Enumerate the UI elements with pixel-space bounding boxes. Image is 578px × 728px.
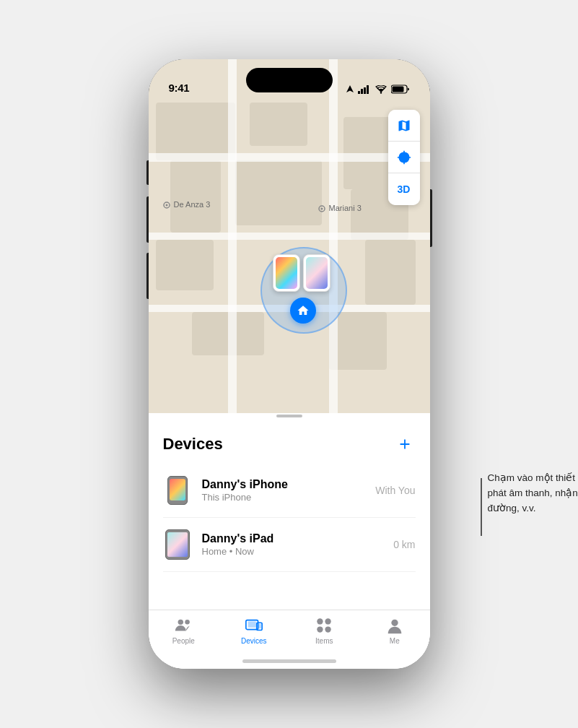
home-indicator: [242, 659, 336, 663]
signal-icon: [358, 85, 371, 94]
home-pin: [290, 298, 316, 324]
svg-point-21: [391, 620, 398, 626]
map-label-mariani: Mariani 3: [318, 204, 362, 212]
ipad-status: 0 km: [393, 539, 415, 550]
location-status-icon: [346, 85, 354, 94]
svg-point-19: [318, 626, 323, 632]
callout-bracket: [481, 478, 482, 536]
3d-button[interactable]: 3D: [388, 173, 420, 205]
tab-items-label: Items: [315, 637, 333, 645]
section-title: Devices: [163, 435, 223, 454]
devices-icon: [245, 616, 263, 635]
svg-rect-14: [248, 621, 255, 627]
map-type-button[interactable]: [388, 110, 420, 142]
svg-point-18: [325, 618, 331, 624]
ipad-name: Danny's iPad: [202, 532, 394, 545]
callout-text: Chạm vào một thiết bị để phát âm thanh, …: [488, 471, 579, 516]
section-header: Devices: [163, 422, 416, 464]
drag-handle: [276, 415, 302, 417]
svg-rect-6: [392, 87, 403, 92]
callout-annotation: Chạm vào một thiết bị để phát âm thanh, …: [481, 471, 579, 536]
iphone-icon: [163, 472, 192, 508]
map-label-deanza: De Anza 3: [163, 200, 211, 209]
battery-icon: [391, 84, 410, 94]
tab-me-label: Me: [390, 637, 400, 645]
map-area[interactable]: De Anza 3 Mariani 3: [149, 59, 430, 413]
status-icons: [346, 84, 410, 94]
iphone-name: Danny's iPhone: [202, 478, 376, 491]
wifi-icon: [375, 85, 387, 94]
people-icon: [174, 616, 193, 635]
ipad-icon: [163, 526, 192, 563]
tab-devices[interactable]: Devices: [219, 616, 289, 645]
svg-point-4: [380, 92, 381, 93]
svg-point-10: [320, 208, 323, 210]
svg-rect-16: [258, 624, 261, 629]
iphone-info: Danny's iPhone This iPhone: [202, 478, 376, 503]
device-item-ipad[interactable]: Danny's iPad Home • Now 0 km: [163, 518, 416, 572]
svg-point-20: [325, 626, 331, 632]
ipad-subtitle: Home • Now: [202, 546, 394, 557]
svg-point-12: [185, 620, 191, 625]
iphone-status: With You: [375, 485, 415, 496]
status-time: 9:41: [169, 82, 190, 94]
svg-rect-1: [361, 89, 363, 94]
device-item-iphone[interactable]: Danny's iPhone This iPhone With You: [163, 464, 416, 518]
me-icon: [385, 616, 404, 635]
svg-point-11: [178, 620, 183, 625]
tab-items[interactable]: Items: [289, 616, 360, 645]
ipad-info: Danny's iPad Home • Now: [202, 532, 394, 557]
dynamic-island: [246, 68, 333, 92]
iphone-map-pin: [273, 254, 300, 292]
svg-rect-3: [367, 85, 369, 94]
device-list: Danny's iPhone This iPhone With You: [163, 464, 416, 572]
svg-point-8: [165, 204, 167, 207]
tab-people-label: People: [172, 637, 195, 645]
tab-people[interactable]: People: [149, 616, 219, 645]
tab-me[interactable]: Me: [359, 616, 430, 645]
ipad-map-pin: [303, 254, 330, 292]
location-button[interactable]: [388, 142, 420, 173]
device-pins-map: [273, 254, 330, 292]
items-icon: [315, 616, 333, 635]
map-controls: 3D: [388, 110, 420, 205]
add-device-button[interactable]: [394, 433, 416, 455]
tab-devices-label: Devices: [241, 637, 267, 645]
svg-rect-2: [364, 87, 366, 94]
svg-point-17: [318, 618, 323, 624]
svg-rect-0: [358, 91, 360, 94]
iphone-subtitle: This iPhone: [202, 492, 376, 503]
